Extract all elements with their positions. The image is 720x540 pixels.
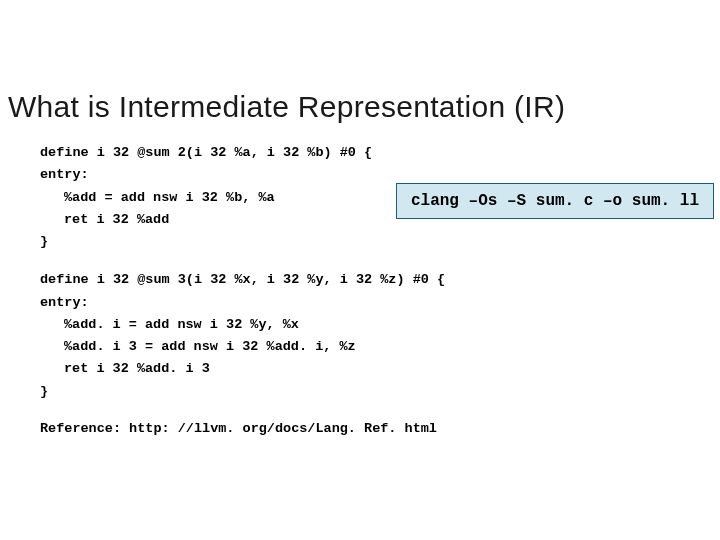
code-line: }	[40, 381, 720, 403]
code-line: ret i 32 %add. i 3	[40, 358, 720, 380]
code-line: }	[40, 231, 720, 253]
slide-container: What is Intermediate Representation (IR)…	[0, 0, 720, 540]
code-line: define i 32 @sum 3(i 32 %x, i 32 %y, i 3…	[40, 269, 720, 291]
reference-text: Reference: http: //llvm. org/docs/Lang. …	[0, 403, 720, 436]
code-line: %add. i 3 = add nsw i 32 %add. i, %z	[40, 336, 720, 358]
code-area: clang –Os –S sum. c –o sum. ll define i …	[0, 124, 720, 403]
code-line: entry:	[40, 292, 720, 314]
code-line: define i 32 @sum 2(i 32 %a, i 32 %b) #0 …	[40, 142, 720, 164]
code-line: %add. i = add nsw i 32 %y, %x	[40, 314, 720, 336]
code-block-2: define i 32 @sum 3(i 32 %x, i 32 %y, i 3…	[40, 269, 720, 403]
slide-title: What is Intermediate Representation (IR)	[0, 0, 720, 124]
command-box: clang –Os –S sum. c –o sum. ll	[396, 183, 714, 219]
